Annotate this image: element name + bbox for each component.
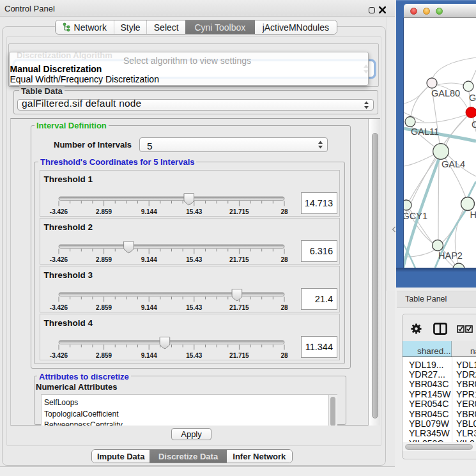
svg-text:9.144: 9.144 (141, 352, 157, 359)
svg-text:2.859: 2.859 (96, 208, 112, 215)
svg-text:15.43: 15.43 (186, 352, 202, 359)
svg-text:Threshold 1: Threshold 1 (44, 174, 93, 184)
svg-text:15.43: 15.43 (186, 256, 202, 263)
svg-text:-3.426: -3.426 (50, 304, 68, 311)
svg-text:GAL80: GAL80 (431, 88, 460, 98)
svg-text:Threshold 3: Threshold 3 (44, 270, 93, 280)
svg-text:Threshold 2: Threshold 2 (44, 222, 93, 232)
svg-text:9.144: 9.144 (141, 304, 157, 311)
svg-text:2.859: 2.859 (96, 256, 112, 263)
svg-text:GA: GA (469, 93, 476, 103)
svg-text:28: 28 (280, 304, 288, 311)
svg-text:21.715: 21.715 (229, 304, 249, 311)
svg-text:28: 28 (280, 352, 288, 359)
svg-text:2.859: 2.859 (96, 304, 112, 311)
svg-text:9.144: 9.144 (141, 208, 157, 215)
svg-text:HAP2: HAP2 (438, 250, 463, 261)
svg-text:28: 28 (280, 208, 288, 215)
svg-text:GAL4: GAL4 (441, 159, 465, 169)
svg-text:Threshold 4: Threshold 4 (44, 318, 93, 328)
svg-text:-3.426: -3.426 (50, 208, 68, 215)
svg-text:9.144: 9.144 (141, 256, 157, 263)
svg-text:21.715: 21.715 (229, 256, 249, 263)
svg-text:-3.426: -3.426 (50, 352, 68, 359)
svg-text:GAL11: GAL11 (411, 127, 439, 137)
svg-text:-3.426: -3.426 (50, 256, 68, 263)
svg-text:2.859: 2.859 (96, 352, 112, 359)
svg-text:C: C (472, 119, 476, 130)
svg-text:15.43: 15.43 (186, 304, 202, 311)
svg-text:H: H (470, 210, 476, 220)
svg-text:15.43: 15.43 (186, 208, 202, 215)
svg-text:21.715: 21.715 (229, 208, 249, 215)
svg-text:GCY1: GCY1 (404, 211, 427, 221)
svg-text:28: 28 (280, 256, 288, 263)
svg-text:21.715: 21.715 (229, 352, 249, 359)
